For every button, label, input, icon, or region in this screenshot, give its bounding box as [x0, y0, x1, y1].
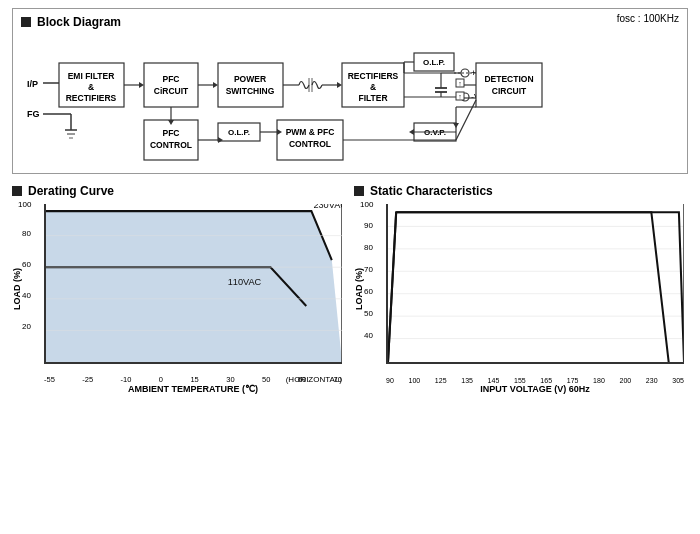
svg-marker-26: [337, 82, 342, 88]
static-x-title: INPUT VOLTAGE (V) 60Hz: [386, 384, 684, 394]
svg-text:FILTER: FILTER: [358, 93, 387, 103]
x-tick-4: 0: [159, 375, 163, 384]
derating-horizontal-label: (HORIZONTAL): [286, 375, 342, 384]
svg-marker-18: [213, 82, 218, 88]
svg-text:CIRCUIT: CIRCUIT: [492, 86, 527, 96]
sx-tick-2: 100: [408, 377, 420, 384]
static-title: Static Characteristics: [370, 184, 493, 198]
block-diagram-header: Block Diagram: [21, 15, 679, 29]
x-tick-5: 15: [190, 375, 198, 384]
derating-curve-section: Derating Curve LOAD (%): [12, 184, 346, 394]
svg-text:&: &: [370, 82, 376, 92]
svg-rect-14: [144, 63, 198, 107]
svg-line-74: [456, 100, 476, 140]
svg-text:FG: FG: [27, 109, 40, 119]
x-tick-7: 50: [262, 375, 270, 384]
sx-tick-10: 200: [619, 377, 631, 384]
svg-text:O.L.P.: O.L.P.: [228, 128, 250, 137]
x-tick-2: -25: [82, 375, 93, 384]
svg-text:O.L.P.: O.L.P.: [423, 58, 445, 67]
derating-square: [12, 186, 22, 196]
svg-text:↑: ↑: [458, 93, 462, 100]
svg-text:PWM & PFC: PWM & PFC: [286, 127, 335, 137]
svg-rect-19: [218, 63, 283, 107]
static-square: [354, 186, 364, 196]
svg-text:CONTROL: CONTROL: [150, 140, 192, 150]
svg-marker-78: [409, 129, 414, 135]
svg-text:EMI FILTER: EMI FILTER: [68, 71, 115, 81]
x-tick-1: -55: [44, 375, 55, 384]
sx-tick-5: 145: [488, 377, 500, 384]
x-tick-3: -10: [121, 375, 132, 384]
svg-text:DETECTION: DETECTION: [484, 74, 533, 84]
svg-text:RECTIFIERS: RECTIFIERS: [66, 93, 117, 103]
block-diagram-svg: I/P FG EMI FILTER & RECTIFIERS PFC CiRCU…: [21, 35, 695, 165]
svg-text:230VAC: 230VAC: [313, 204, 342, 210]
svg-text:CiRCUIT: CiRCUIT: [154, 86, 189, 96]
block-diagram-section: Block Diagram fosc : 100KHz I/P FG EMI F…: [12, 8, 688, 174]
svg-rect-46: [476, 63, 542, 107]
svg-text:PFC: PFC: [163, 74, 180, 84]
derating-chart-svg: 230VAC 110VAC: [46, 204, 342, 362]
static-characteristics-section: Static Characteristics LOAD (%): [354, 184, 688, 394]
derating-x-title: AMBIENT TEMPERATURE (℃): [44, 384, 342, 394]
static-header: Static Characteristics: [354, 184, 688, 198]
static-chart-svg: [388, 204, 684, 362]
x-tick-6: 30: [226, 375, 234, 384]
svg-text:POWER: POWER: [234, 74, 266, 84]
sx-tick-12: 305: [672, 377, 684, 384]
sx-tick-9: 180: [593, 377, 605, 384]
svg-text:CONTROL: CONTROL: [289, 139, 331, 149]
derating-title: Derating Curve: [28, 184, 114, 198]
svg-marker-13: [139, 82, 144, 88]
svg-text:110VAC: 110VAC: [228, 277, 262, 287]
svg-text:↑: ↑: [458, 80, 462, 87]
sx-tick-7: 165: [540, 377, 552, 384]
sx-tick-11: 230: [646, 377, 658, 384]
bottom-sections: Derating Curve LOAD (%): [12, 184, 688, 394]
derating-header: Derating Curve: [12, 184, 346, 198]
sx-tick-1: 90: [386, 377, 394, 384]
block-diagram-title: Block Diagram: [37, 15, 121, 29]
fosc-label: fosc : 100KHz: [617, 13, 679, 24]
svg-text:I/P: I/P: [27, 79, 38, 89]
sx-tick-4: 135: [461, 377, 473, 384]
svg-text:PFC: PFC: [163, 128, 180, 138]
svg-text:RECTIFIERS: RECTIFIERS: [348, 71, 399, 81]
sx-tick-8: 175: [567, 377, 579, 384]
derating-y-label: LOAD (%): [12, 234, 22, 344]
svg-text:SWITCHING: SWITCHING: [226, 86, 275, 96]
svg-text:&: &: [88, 82, 94, 92]
header-square: [21, 17, 31, 27]
sx-tick-6: 155: [514, 377, 526, 384]
sx-tick-3: 125: [435, 377, 447, 384]
svg-marker-80: [46, 211, 342, 362]
static-y-label: LOAD (%): [354, 234, 364, 344]
